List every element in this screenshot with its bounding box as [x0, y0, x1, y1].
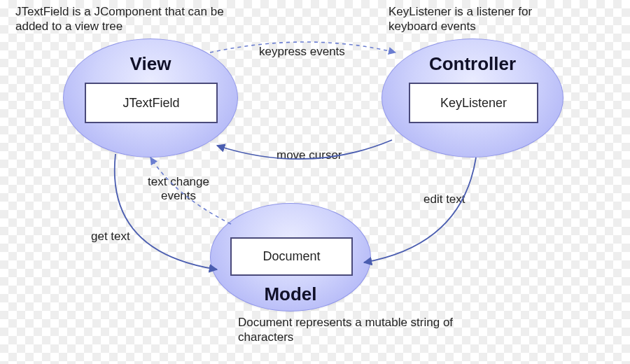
model-box: Document [230, 237, 353, 276]
model-title: Model [211, 284, 370, 305]
controller-box: KeyListener [409, 83, 538, 123]
arrow-view-to-model [115, 154, 217, 270]
edge-label-edit-text: edit text [424, 192, 465, 206]
view-node: View JTextField [63, 38, 238, 158]
controller-title: Controller [382, 53, 563, 75]
edge-label-get-text: get text [91, 230, 130, 244]
edge-label-move-cursor: move cursor [276, 148, 342, 162]
model-node: Document Model [210, 203, 371, 312]
model-description: Document represents a mutable string of … [238, 315, 490, 345]
controller-description: KeyListener is a listener for keyboard e… [388, 4, 570, 34]
arrow-controller-to-model [364, 158, 476, 262]
controller-node: Controller KeyListener [382, 38, 564, 158]
mvc-diagram: JTextField is a JComponent that can be a… [0, 0, 630, 364]
view-description: JTextField is a JComponent that can be a… [15, 4, 239, 34]
view-title: View [64, 53, 237, 75]
edge-label-keypress: keypress events [259, 45, 345, 59]
edge-label-text-change: text change events [140, 175, 217, 204]
view-box: JTextField [85, 83, 218, 123]
